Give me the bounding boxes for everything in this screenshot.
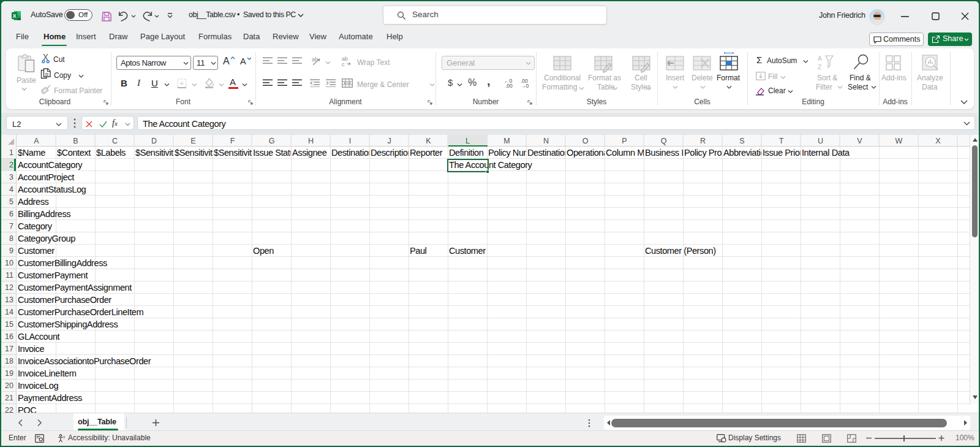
svg-text:c: c bbox=[342, 61, 345, 67]
svg-text:→0: →0 bbox=[521, 83, 529, 88]
svg-text:?: ? bbox=[63, 435, 66, 440]
svg-text:X: X bbox=[13, 13, 17, 19]
svg-text:A: A bbox=[818, 55, 822, 62]
svg-text:Z: Z bbox=[818, 64, 821, 71]
svg-text:.00: .00 bbox=[505, 83, 513, 88]
